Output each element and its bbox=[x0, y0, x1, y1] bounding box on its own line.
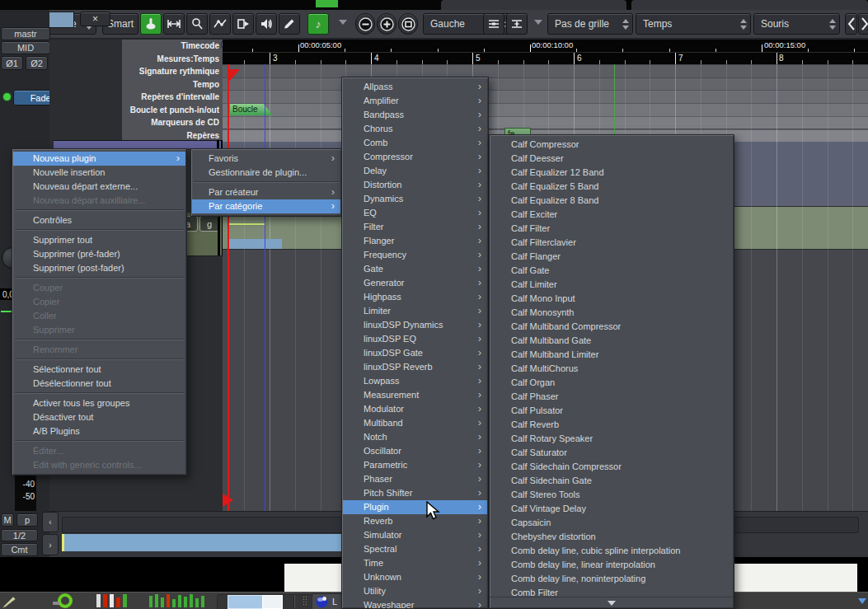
phase-1-button[interactable]: Ø1 bbox=[1, 56, 23, 70]
menu-item[interactable]: Calf Flanger bbox=[490, 250, 733, 264]
menu-item[interactable]: Calf Phaser bbox=[490, 390, 733, 404]
menu-item[interactable]: Comb delay line, linear interpolation bbox=[490, 558, 733, 572]
zoom-focus-dropdown[interactable]: Souris bbox=[753, 13, 840, 35]
menu-item[interactable]: Bandpass › bbox=[343, 108, 487, 122]
menu-item[interactable]: Generator › bbox=[343, 276, 487, 290]
menu-item[interactable]: linuxDSP Gate › bbox=[343, 346, 487, 360]
menu-item[interactable]: Lowpass › bbox=[343, 374, 487, 388]
cd-marker-lane[interactable] bbox=[223, 116, 868, 129]
menu-item[interactable]: Highpass › bbox=[343, 290, 487, 304]
menu-item[interactable]: Flanger › bbox=[343, 234, 487, 248]
draw-tool-button[interactable] bbox=[209, 13, 231, 35]
range-marker-lane[interactable] bbox=[223, 90, 868, 103]
menu-item[interactable]: Calf Saturator bbox=[490, 446, 733, 460]
menu-item[interactable]: Delay › bbox=[343, 164, 487, 178]
master-button[interactable]: mastr bbox=[1, 27, 50, 40]
menu-item[interactable]: Simulator › bbox=[343, 528, 487, 542]
scroll-right-button[interactable]: › bbox=[42, 534, 59, 555]
menu-item[interactable]: EQ › bbox=[343, 206, 487, 220]
menu-item[interactable]: Multiband › bbox=[343, 416, 487, 430]
bars-ruler[interactable]: 345678 bbox=[223, 52, 868, 64]
menu-item[interactable]: Oscillator › bbox=[343, 444, 487, 458]
menu-item[interactable]: Désactiver tout › bbox=[13, 410, 185, 424]
nudge-forward-button[interactable] bbox=[858, 13, 868, 35]
menu-item[interactable]: Calf Rotary Speaker bbox=[490, 432, 733, 446]
menu-item[interactable]: Calf Reverb bbox=[490, 418, 733, 432]
edit-tool-button[interactable] bbox=[279, 13, 300, 35]
menu-item[interactable]: Calf Multiband Limiter bbox=[490, 348, 733, 362]
menu-item[interactable]: Calf Equalizer 8 Band bbox=[490, 194, 733, 208]
meter-ruler-lane[interactable] bbox=[223, 64, 868, 77]
punch-in-flag[interactable] bbox=[228, 69, 240, 82]
menu-item[interactable]: Parametric › bbox=[343, 458, 487, 472]
menu-item[interactable]: Modulator › bbox=[343, 402, 487, 416]
menu-item[interactable]: Comb delay line, cubic spline interpolat… bbox=[490, 544, 733, 558]
comments-button[interactable]: Cmt bbox=[1, 543, 38, 556]
menu-item[interactable]: Supprimer (pré-fader) › bbox=[13, 247, 185, 261]
note-edit-button[interactable]: ♪ bbox=[307, 13, 329, 35]
menu-item[interactable]: Calf Stereo Tools bbox=[490, 488, 733, 502]
channel-config-button[interactable]: 1/2 bbox=[1, 529, 38, 541]
timecode-ruler[interactable]: 00:00:05:0000:00:10:0000:00:15:00 bbox=[223, 40, 868, 52]
ruler-label[interactable]: Mesures:Temps bbox=[122, 53, 223, 66]
playhead[interactable] bbox=[228, 64, 229, 511]
menu-item[interactable]: Nouvelle insertion › bbox=[13, 166, 185, 180]
menu-item[interactable]: Supprimer (post-fader) › bbox=[13, 261, 185, 275]
menu-item[interactable]: Dynamics › bbox=[343, 192, 487, 206]
grid-mode-dropdown[interactable]: Pas de grille bbox=[547, 13, 633, 35]
menu-item[interactable]: Calf Filter bbox=[490, 222, 733, 236]
zoom-tool-button[interactable] bbox=[186, 13, 208, 35]
menu-item[interactable]: linuxDSP Dynamics › bbox=[343, 318, 487, 332]
menu-item[interactable]: Calf Deesser bbox=[490, 152, 733, 166]
menu-item[interactable]: Frequency › bbox=[343, 248, 487, 262]
audio-region[interactable] bbox=[229, 239, 282, 249]
menu-item[interactable]: Unknown › bbox=[343, 570, 487, 584]
menu-item[interactable]: Gestionnaire de plugin... › bbox=[192, 166, 340, 180]
ruler-label[interactable]: Tempo bbox=[122, 78, 223, 91]
edit-point-mouse-button[interactable] bbox=[506, 13, 528, 35]
taskbar-drag-handle[interactable] bbox=[303, 596, 308, 607]
menu-item[interactable]: Compressor › bbox=[343, 150, 487, 164]
menu-item[interactable]: Par catégorie › bbox=[192, 199, 340, 213]
window-tab[interactable] bbox=[441, 0, 626, 10]
tempo-ruler-lane[interactable] bbox=[223, 77, 868, 91]
menu-item[interactable]: Measurement › bbox=[343, 388, 487, 402]
menu-item[interactable]: Calf Multiband Compressor bbox=[490, 320, 733, 334]
menu-item[interactable]: Distortion › bbox=[343, 178, 487, 192]
p-button[interactable]: p bbox=[16, 513, 38, 527]
menu-item[interactable]: Gate › bbox=[343, 262, 487, 276]
ruler-label[interactable]: Timecode bbox=[122, 40, 223, 53]
menu-item[interactable]: Spectral › bbox=[343, 542, 487, 556]
strip-close-button[interactable]: × bbox=[80, 12, 110, 26]
menu-item[interactable]: Désélectionner tout › bbox=[13, 377, 185, 391]
chevron-down-icon[interactable] bbox=[534, 20, 542, 25]
menu-item[interactable]: Supprimer › bbox=[13, 323, 185, 337]
menu-item[interactable]: Allpass › bbox=[343, 80, 487, 94]
menu-item[interactable]: Calf Compressor bbox=[490, 138, 733, 152]
menu-item[interactable]: Calf Monosynth bbox=[490, 306, 733, 320]
taskbar-expand-icon[interactable] bbox=[858, 598, 866, 604]
zoom-in-button[interactable] bbox=[377, 13, 396, 35]
ruler-label[interactable]: Signature rythmique bbox=[122, 65, 223, 78]
zoom-fit-button[interactable] bbox=[398, 13, 418, 35]
menu-item[interactable]: Calf Mono Input bbox=[490, 292, 733, 306]
menu-item[interactable]: Reverb › bbox=[343, 514, 487, 528]
menu-item[interactable]: Plugin › bbox=[343, 500, 487, 514]
loop-punch-lane[interactable] bbox=[223, 103, 868, 116]
menu-item[interactable]: Time › bbox=[343, 556, 487, 570]
menu-item[interactable]: Filter › bbox=[343, 220, 487, 234]
menu-item[interactable]: Calf Limiter bbox=[490, 278, 733, 292]
menu-item[interactable]: Calf Vintage Delay bbox=[490, 502, 733, 516]
menu-item[interactable]: Calf Sidechain Compressor bbox=[490, 460, 733, 474]
menu-item[interactable]: Activer tous les groupes › bbox=[13, 396, 185, 410]
menu-item[interactable]: Utility › bbox=[343, 584, 487, 598]
menu-item[interactable]: Favoris › bbox=[192, 152, 340, 166]
menu-item[interactable]: Comb Filter bbox=[490, 586, 733, 600]
zoom-out-button[interactable] bbox=[355, 13, 375, 35]
menu-item[interactable]: Nouveau plugin › bbox=[13, 152, 185, 166]
range-tool-button[interactable] bbox=[163, 13, 185, 35]
menu-item[interactable]: Amplifier › bbox=[343, 94, 487, 108]
menu-item[interactable]: Calf Pulsator bbox=[490, 404, 733, 418]
menu-item[interactable]: Copier › bbox=[13, 295, 185, 309]
workspace-pager-active[interactable] bbox=[228, 595, 264, 609]
